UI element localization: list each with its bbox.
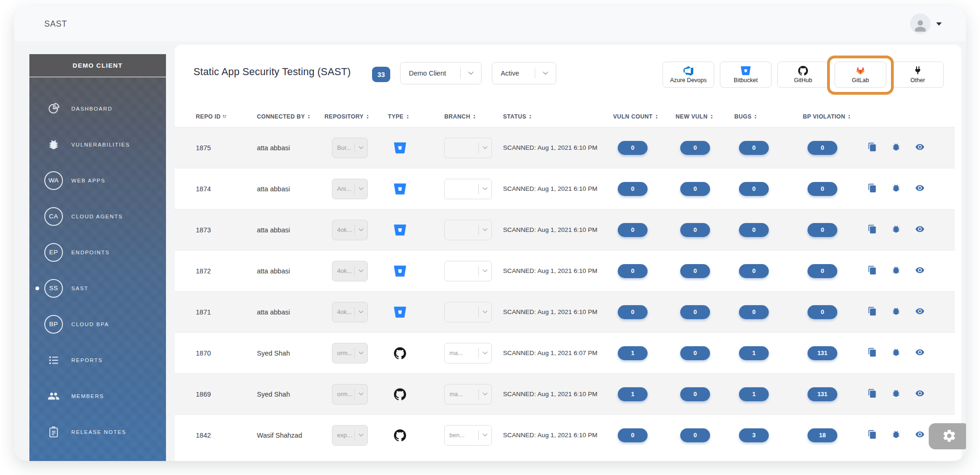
new-vuln-pill[interactable]: 0 — [680, 182, 710, 196]
vuln-count-pill[interactable]: 0 — [618, 141, 648, 155]
bp-violation-pill[interactable]: 0 — [807, 182, 837, 196]
copy-button[interactable] — [868, 142, 877, 153]
bp-violation-pill[interactable]: 0 — [807, 264, 837, 278]
bp-violation-pill[interactable]: 131 — [807, 387, 837, 401]
copy-button[interactable] — [868, 224, 877, 235]
status-filter-select[interactable]: Active — [492, 62, 556, 84]
repository-select[interactable]: orm... — [332, 384, 368, 405]
sidebar-item-release-notes[interactable]: RELEASE NOTES — [29, 414, 166, 450]
new-vuln-pill[interactable]: 0 — [680, 141, 710, 155]
bp-violation-pill[interactable]: 0 — [807, 141, 837, 155]
bug-report-button[interactable] — [891, 224, 901, 235]
vuln-count-pill[interactable]: 0 — [618, 305, 648, 319]
vuln-count-pill[interactable]: 1 — [618, 387, 648, 401]
bug-report-button[interactable] — [891, 348, 901, 358]
bugs-pill[interactable]: 1 — [739, 346, 769, 360]
branch-select[interactable] — [444, 179, 492, 199]
user-menu[interactable] — [910, 14, 942, 34]
new-vuln-pill[interactable]: 0 — [680, 264, 710, 278]
user-avatar-icon[interactable] — [910, 14, 931, 34]
branch-select[interactable]: ben... — [444, 425, 492, 446]
branch-select[interactable] — [444, 138, 492, 158]
view-button[interactable] — [915, 224, 925, 235]
bugs-pill[interactable]: 0 — [739, 223, 769, 237]
view-button[interactable] — [915, 348, 925, 358]
view-button[interactable] — [915, 265, 925, 276]
new-vuln-pill[interactable]: 0 — [680, 305, 710, 319]
bug-report-button[interactable] — [891, 430, 901, 440]
repository-select[interactable]: orm... — [332, 343, 368, 363]
repository-select[interactable]: Ani... — [332, 179, 368, 199]
sidebar-item-reports[interactable]: REPORTS — [29, 342, 166, 378]
bug-report-button[interactable] — [891, 265, 901, 276]
column-header-vuln-count[interactable]: VULN COUNT — [613, 113, 676, 120]
sidebar-item-vulnerabilities[interactable]: VULNERABILITIES — [29, 126, 166, 162]
bugs-pill[interactable]: 3 — [739, 428, 769, 442]
new-vuln-pill[interactable]: 0 — [680, 346, 710, 360]
new-vuln-pill[interactable]: 0 — [680, 223, 710, 237]
column-header-status[interactable]: STATUS — [503, 113, 613, 120]
bugs-pill[interactable]: 0 — [739, 141, 769, 155]
new-vuln-pill[interactable]: 0 — [680, 428, 710, 442]
repository-select[interactable]: 4ok... — [332, 261, 368, 281]
vuln-count-pill[interactable]: 1 — [618, 346, 648, 360]
repository-select[interactable]: exp... — [332, 425, 368, 446]
bp-violation-pill[interactable]: 18 — [807, 428, 837, 442]
column-header-bp-violation[interactable]: BP VIOLATION — [803, 113, 860, 120]
column-header-repo-id[interactable]: REPO ID — [196, 113, 257, 120]
bug-report-button[interactable] — [891, 142, 901, 153]
sidebar-item-web-apps[interactable]: WAWEB APPS — [29, 162, 166, 198]
vuln-count-pill[interactable]: 0 — [618, 264, 648, 278]
source-button-gitlab[interactable]: GitLab — [835, 62, 886, 88]
bug-report-button[interactable] — [891, 183, 901, 194]
column-header-bugs[interactable]: BUGS — [734, 113, 803, 120]
bug-report-button[interactable] — [891, 307, 901, 317]
bug-report-button[interactable] — [891, 389, 901, 399]
client-filter-select[interactable]: Demo Client — [400, 62, 482, 84]
sidebar-item-sast[interactable]: SSSAST — [29, 270, 166, 306]
sidebar-item-endpoints[interactable]: EPENDPOINTS — [29, 234, 166, 270]
repository-select[interactable]: Bur... — [332, 138, 368, 158]
copy-button[interactable] — [868, 183, 877, 194]
bugs-pill[interactable]: 0 — [739, 305, 769, 319]
view-button[interactable] — [915, 430, 925, 440]
branch-select[interactable] — [444, 220, 492, 240]
sidebar-item-cloud-agents[interactable]: CACLOUD AGENTS — [29, 198, 166, 234]
bugs-pill[interactable]: 0 — [739, 264, 769, 278]
copy-button[interactable] — [868, 389, 877, 399]
bp-violation-pill[interactable]: 0 — [807, 223, 837, 237]
column-header-connected-by[interactable]: CONNECTED BY — [257, 113, 324, 120]
bp-violation-pill[interactable]: 131 — [807, 346, 837, 360]
branch-select[interactable] — [444, 302, 492, 322]
source-button-azure-devops[interactable]: Azure Devops — [663, 62, 714, 88]
copy-button[interactable] — [868, 430, 877, 440]
column-header-type[interactable]: TYPE — [388, 113, 444, 120]
bp-violation-pill[interactable]: 0 — [807, 305, 837, 319]
source-button-other[interactable]: Other — [892, 62, 944, 88]
sidebar-item-members[interactable]: MEMBERS — [29, 378, 166, 414]
column-header-branch[interactable]: BRANCH — [444, 113, 503, 120]
branch-select[interactable] — [444, 261, 492, 281]
bugs-pill[interactable]: 0 — [739, 182, 769, 196]
repository-select[interactable]: 4ok... — [332, 220, 368, 240]
source-button-github[interactable]: GitHub — [777, 62, 829, 88]
branch-select[interactable]: ma... — [444, 384, 492, 405]
source-button-bitbucket[interactable]: Bitbucket — [720, 62, 772, 88]
vuln-count-pill[interactable]: 0 — [618, 223, 648, 237]
sidebar-item-cloud-bpa[interactable]: BPCLOUD BPA — [29, 306, 166, 342]
copy-button[interactable] — [868, 307, 877, 317]
vuln-count-pill[interactable]: 0 — [618, 182, 648, 196]
new-vuln-pill[interactable]: 0 — [680, 387, 710, 401]
view-button[interactable] — [915, 307, 925, 317]
repository-select[interactable]: 4ok... — [332, 302, 368, 322]
view-button[interactable] — [915, 389, 925, 399]
copy-button[interactable] — [868, 265, 877, 276]
branch-select[interactable]: ma... — [444, 343, 492, 363]
sidebar-item-dashboard[interactable]: DASHBOARD — [29, 91, 166, 126]
settings-fab-button[interactable] — [929, 423, 966, 449]
view-button[interactable] — [915, 142, 925, 153]
view-button[interactable] — [915, 183, 925, 194]
column-header-repository[interactable]: REPOSITORY — [324, 113, 388, 120]
bugs-pill[interactable]: 1 — [739, 387, 769, 401]
copy-button[interactable] — [868, 348, 877, 358]
